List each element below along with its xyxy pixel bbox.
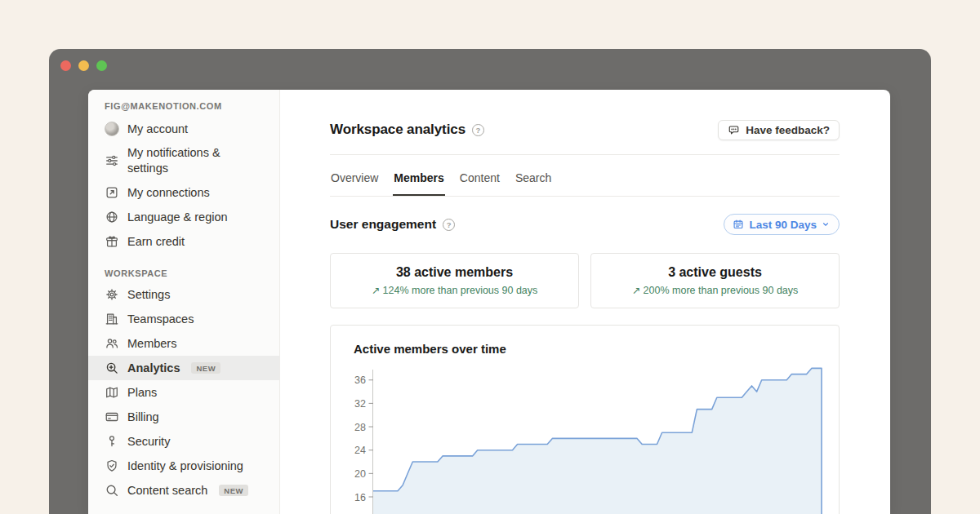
magnifier-plus-icon — [105, 361, 119, 375]
key-icon — [105, 434, 119, 449]
help-icon[interactable]: ? — [443, 219, 455, 231]
close-window-button[interactable] — [60, 60, 71, 71]
people-icon — [105, 336, 119, 351]
calendar-icon — [733, 219, 744, 230]
sidebar-item-members[interactable]: Members — [88, 331, 279, 356]
page-background: { "glyphs": { "help": "?" }, "sidebar": … — [0, 0, 980, 514]
svg-text:20: 20 — [354, 468, 366, 480]
active-members-chart-card: Active members over time 363228242016 — [330, 325, 840, 514]
sidebar-item-analytics[interactable]: Analytics NEW — [88, 356, 279, 380]
have-feedback-button[interactable]: Have feedback? — [718, 120, 840, 140]
sidebar-item-notifications-settings[interactable]: My notifications & settings — [88, 141, 279, 180]
chart-title: Active members over time — [354, 342, 506, 356]
macos-window: FIG@MAKENOTION.COM My account My notific… — [49, 49, 931, 514]
header-divider — [330, 154, 840, 155]
shield-check-icon — [105, 459, 119, 473]
settings-sidebar: FIG@MAKENOTION.COM My account My notific… — [88, 90, 280, 514]
sidebar-item-security[interactable]: Security — [88, 429, 279, 454]
stat-value: 38 active members — [396, 265, 513, 280]
active-members-stat-card: 38 active members ↗ 124% more than previ… — [330, 253, 579, 308]
sidebar-item-language-region[interactable]: Language & region — [88, 205, 279, 229]
globe-icon — [105, 210, 119, 224]
arrow-square-icon — [105, 185, 119, 200]
new-badge: NEW — [191, 362, 220, 374]
tab-overview[interactable]: Overview — [330, 169, 379, 196]
user-engagement-title: User engagement — [330, 217, 436, 232]
svg-text:36: 36 — [354, 374, 366, 386]
chevron-down-icon — [822, 220, 830, 228]
window-controls — [60, 60, 107, 71]
new-badge: NEW — [219, 485, 248, 496]
sidebar-item-my-connections[interactable]: My connections — [88, 180, 279, 205]
date-range-label: Last 90 Days — [749, 219, 817, 231]
zoom-window-button[interactable] — [96, 60, 107, 71]
gear-icon — [105, 287, 119, 302]
speech-bubble-icon — [728, 124, 740, 136]
active-members-area-chart: 363228242016 — [331, 358, 840, 514]
tab-content[interactable]: Content — [459, 169, 501, 196]
sidebar-section-workspace: WORKSPACE — [88, 268, 279, 282]
active-guests-stat-card: 3 active guests ↗ 200% more than previou… — [590, 253, 840, 308]
svg-text:24: 24 — [354, 445, 366, 456]
sidebar-item-plans[interactable]: Plans — [88, 380, 279, 405]
credit-card-icon — [105, 410, 119, 424]
stat-value: 3 active guests — [668, 265, 762, 280]
map-icon — [105, 385, 119, 400]
svg-text:16: 16 — [354, 492, 366, 503]
svg-text:28: 28 — [354, 422, 366, 433]
sidebar-item-settings[interactable]: Settings — [88, 282, 279, 307]
help-icon[interactable]: ? — [472, 124, 484, 136]
page-title: Workspace analytics — [330, 122, 466, 138]
sidebar-item-billing[interactable]: Billing — [88, 405, 279, 429]
svg-text:32: 32 — [354, 398, 366, 410]
account-email: FIG@MAKENOTION.COM — [88, 101, 279, 117]
sidebar-item-my-account[interactable]: My account — [88, 117, 279, 141]
sidebar-item-content-search[interactable]: Content search NEW — [88, 478, 279, 503]
magnifier-icon — [105, 483, 119, 498]
sidebar-item-identity-provisioning[interactable]: Identity & provisioning — [88, 454, 279, 478]
minimize-window-button[interactable] — [78, 60, 89, 71]
stat-delta: ↗ 124% more than previous 90 days — [372, 284, 538, 296]
building-icon — [105, 312, 119, 326]
sidebar-item-earn-credit[interactable]: Earn credit — [88, 229, 279, 254]
analytics-tabs: Overview Members Content Search — [330, 169, 840, 197]
tab-members[interactable]: Members — [393, 169, 444, 196]
settings-panel: FIG@MAKENOTION.COM My account My notific… — [88, 90, 890, 514]
tab-search[interactable]: Search — [514, 169, 552, 196]
main-content: Workspace analytics ? Have feedback? Ove… — [280, 90, 890, 514]
stat-delta: ↗ 200% more than previous 90 days — [632, 284, 799, 296]
sliders-icon — [105, 153, 119, 168]
avatar — [105, 122, 119, 136]
gift-icon — [105, 234, 119, 249]
sidebar-item-teamspaces[interactable]: Teamspaces — [88, 307, 279, 331]
date-range-dropdown[interactable]: Last 90 Days — [724, 214, 840, 235]
